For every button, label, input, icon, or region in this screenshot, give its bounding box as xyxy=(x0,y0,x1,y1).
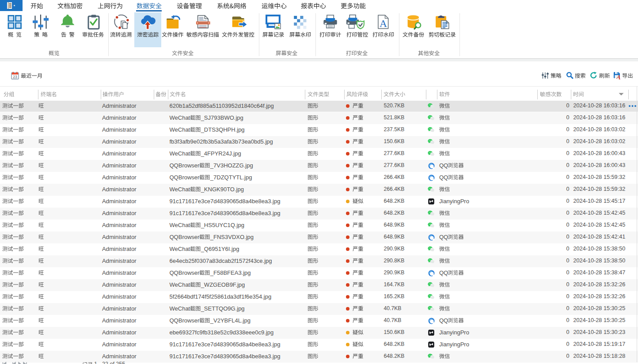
svg-text:23: 23 xyxy=(13,75,17,79)
svg-text:A: A xyxy=(616,73,621,80)
svg-text:A: A xyxy=(380,18,387,29)
